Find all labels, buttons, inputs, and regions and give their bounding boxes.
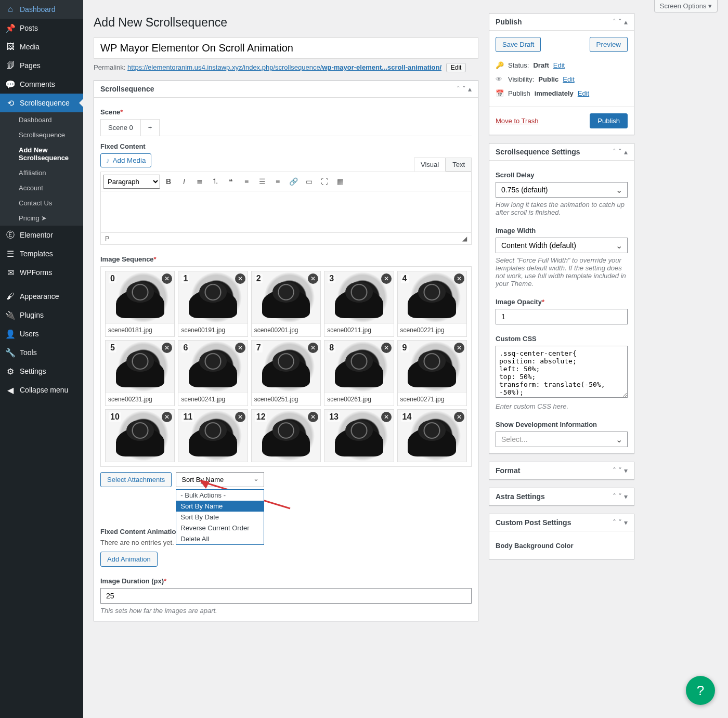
custom-css-textarea[interactable] — [496, 346, 628, 398]
sidebar-item-comments[interactable]: 💬Comments — [0, 75, 83, 94]
image-thumb[interactable]: 11✕ — [178, 409, 248, 462]
image-thumb[interactable]: 3✕scene00211.jpg — [324, 271, 394, 337]
toolbar-toggle-icon[interactable]: ▦ — [333, 174, 347, 189]
format-select[interactable]: Paragraph — [103, 175, 160, 189]
chevron-down-icon[interactable]: ˅ — [462, 85, 466, 93]
help-fab-button[interactable]: ? — [686, 676, 715, 705]
bold-icon[interactable]: B — [161, 174, 176, 189]
remove-icon[interactable]: ✕ — [308, 343, 318, 353]
remove-icon[interactable]: ✕ — [308, 273, 318, 284]
sidebar-item-appearance[interactable]: 🖌Appearance — [0, 287, 83, 306]
remove-icon[interactable]: ✕ — [454, 412, 464, 422]
status-edit-link[interactable]: Edit — [553, 61, 565, 69]
permalink-edit-button[interactable]: Edit — [446, 63, 466, 72]
sidebar-item-wpforms[interactable]: ✉WPForms — [0, 263, 83, 282]
sidebar-item-plugins[interactable]: 🔌Plugins — [0, 306, 83, 324]
dropdown-option[interactable]: Delete All — [176, 533, 264, 544]
sidebar-item-tools[interactable]: 🔧Tools — [0, 343, 83, 362]
sidebar-item-dashboard[interactable]: ⌂Dashboard — [0, 0, 83, 19]
sidebar-item-collapse-menu[interactable]: ◀Collapse menu — [0, 381, 83, 399]
image-width-select[interactable]: Content Width (default) — [496, 238, 628, 253]
remove-icon[interactable]: ✕ — [162, 273, 172, 284]
remove-icon[interactable]: ✕ — [235, 273, 245, 284]
show-dev-select[interactable]: Select... — [496, 432, 628, 447]
image-thumb[interactable]: 0✕scene00181.jpg — [105, 271, 175, 337]
remove-icon[interactable]: ✕ — [381, 273, 392, 284]
remove-icon[interactable]: ✕ — [454, 273, 464, 284]
sidebar-item-media[interactable]: 🖼Media — [0, 37, 83, 56]
submenu-item[interactable]: Pricing ➤ — [0, 211, 83, 226]
image-thumb[interactable]: 12✕ — [251, 409, 321, 462]
collapse-icon[interactable]: ▾ — [624, 466, 628, 475]
image-thumb[interactable]: 14✕ — [397, 409, 467, 462]
add-scene-button[interactable]: + — [141, 119, 160, 136]
bullet-list-icon[interactable]: ≣ — [192, 174, 207, 189]
link-icon[interactable]: 🔗 — [286, 174, 301, 189]
post-title-input[interactable] — [94, 37, 478, 59]
numbered-list-icon[interactable]: ⒈ — [208, 174, 223, 189]
sidebar-item-pages[interactable]: 🗐Pages — [0, 56, 83, 75]
align-left-icon[interactable]: ≡ — [239, 174, 254, 189]
editor-textarea[interactable] — [100, 191, 472, 233]
scroll-delay-select[interactable]: 0.75s (default) — [496, 182, 628, 198]
chevron-up-icon[interactable]: ˄ — [613, 466, 616, 475]
add-animation-button[interactable]: Add Animation — [100, 552, 158, 567]
save-draft-button[interactable]: Save Draft — [496, 37, 541, 52]
submenu-item[interactable]: Contact Us — [0, 195, 83, 211]
image-thumb[interactable]: 6✕scene00241.jpg — [178, 340, 248, 406]
dropdown-option[interactable]: Sort By Date — [176, 512, 264, 523]
image-thumb[interactable]: 2✕scene00201.jpg — [251, 271, 321, 337]
remove-icon[interactable]: ✕ — [235, 343, 245, 353]
dropdown-option[interactable]: Sort By Name — [176, 501, 264, 512]
add-media-button[interactable]: ♪ Add Media — [100, 153, 151, 167]
chevron-up-icon[interactable]: ˄ — [613, 148, 616, 156]
move-to-trash-link[interactable]: Move to Trash — [496, 117, 538, 125]
remove-icon[interactable]: ✕ — [454, 343, 464, 353]
submenu-item[interactable]: Affiliation — [0, 165, 83, 180]
remove-icon[interactable]: ✕ — [381, 343, 392, 353]
sidebar-item-settings[interactable]: ⚙Settings — [0, 362, 83, 381]
submenu-item[interactable]: Add New Scrollsequence — [0, 142, 83, 165]
collapse-icon[interactable]: ▴ — [468, 85, 472, 93]
collapse-icon[interactable]: ▾ — [624, 492, 628, 501]
remove-icon[interactable]: ✕ — [308, 412, 318, 422]
text-tab[interactable]: Text — [446, 158, 472, 172]
image-thumb[interactable]: 13✕ — [324, 409, 394, 462]
screen-options-button[interactable]: Screen Options ▾ — [654, 0, 718, 12]
sidebar-item-elementor[interactable]: ⒺElementor — [0, 226, 83, 244]
chevron-up-icon[interactable]: ˄ — [613, 18, 616, 26]
chevron-down-icon[interactable]: ˅ — [618, 492, 622, 501]
sidebar-item-templates[interactable]: ☰Templates — [0, 244, 83, 263]
align-right-icon[interactable]: ≡ — [270, 174, 285, 189]
collapse-icon[interactable]: ▴ — [624, 18, 628, 26]
remove-icon[interactable]: ✕ — [235, 412, 245, 422]
scene-tab-0[interactable]: Scene 0 — [100, 119, 141, 136]
image-thumb[interactable]: 4✕scene00221.jpg — [397, 271, 467, 337]
visual-tab[interactable]: Visual — [414, 158, 446, 172]
collapse-icon[interactable]: ▾ — [624, 518, 628, 527]
submenu-item[interactable]: Scrollsequence — [0, 127, 83, 142]
italic-icon[interactable]: I — [177, 174, 191, 189]
publish-date-edit-link[interactable]: Edit — [578, 89, 589, 97]
submenu-item[interactable]: Account — [0, 180, 83, 195]
readmore-icon[interactable]: ▭ — [302, 174, 316, 189]
remove-icon[interactable]: ✕ — [162, 343, 172, 353]
chevron-down-icon[interactable]: ˅ — [618, 518, 622, 527]
chevron-down-icon[interactable]: ˅ — [618, 148, 622, 156]
image-thumb[interactable]: 8✕scene00261.jpg — [324, 340, 394, 406]
image-thumb[interactable]: 10✕ — [105, 409, 175, 462]
dropdown-option[interactable]: Reverse Current Order — [176, 523, 264, 533]
chevron-up-icon[interactable]: ˄ — [457, 85, 460, 93]
publish-button[interactable]: Publish — [590, 113, 628, 128]
image-opacity-input[interactable] — [496, 309, 628, 324]
image-thumb[interactable]: 1✕scene00191.jpg — [178, 271, 248, 337]
dropdown-option[interactable]: - Bulk Actions - — [176, 490, 264, 501]
image-thumb[interactable]: 7✕scene00251.jpg — [251, 340, 321, 406]
chevron-down-icon[interactable]: ˅ — [618, 18, 622, 26]
image-thumb[interactable]: 5✕scene00231.jpg — [105, 340, 175, 406]
sidebar-item-posts[interactable]: 📌Posts — [0, 19, 83, 37]
image-duration-input[interactable] — [100, 588, 472, 604]
chevron-up-icon[interactable]: ˄ — [613, 492, 616, 501]
align-center-icon[interactable]: ☰ — [255, 174, 269, 189]
resize-handle-icon[interactable]: ◢ — [462, 235, 467, 242]
